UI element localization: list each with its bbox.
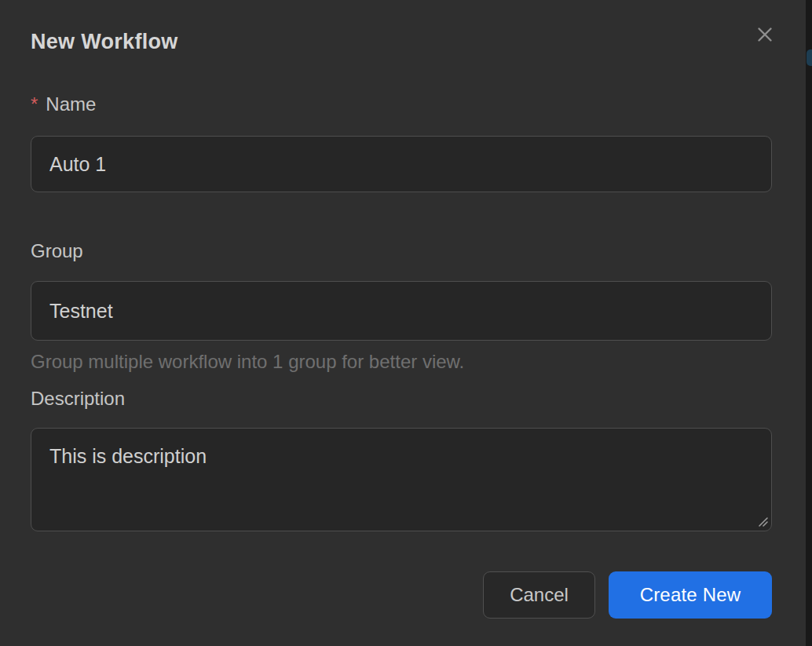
new-workflow-dialog: New Workflow *Name Group Group multiple … — [0, 0, 806, 646]
description-textarea-wrap: This is description — [31, 428, 772, 531]
resize-handle[interactable] — [756, 515, 769, 527]
close-button[interactable] — [752, 23, 777, 48]
dialog-footer: Cancel Create New — [31, 571, 772, 619]
description-textarea[interactable]: This is description — [31, 428, 772, 531]
create-new-button[interactable]: Create New — [609, 571, 772, 619]
name-label-text: Name — [46, 93, 96, 115]
page: New Workflow *Name Group Group multiple … — [0, 0, 812, 646]
group-help-text: Group multiple workflow into 1 group for… — [31, 351, 772, 373]
group-input[interactable] — [31, 281, 772, 341]
page-background-strip — [806, 0, 812, 646]
close-icon — [753, 23, 777, 49]
description-label-text: Description — [31, 388, 125, 409]
name-input[interactable] — [31, 136, 772, 192]
resize-grip-icon — [756, 516, 769, 530]
dialog-title: New Workflow — [31, 30, 772, 54]
group-label-text: Group — [31, 240, 83, 261]
background-edge-widget — [807, 49, 812, 66]
group-field-label: Group — [31, 239, 772, 263]
required-asterisk: * — [31, 93, 38, 115]
cancel-button[interactable]: Cancel — [483, 571, 595, 619]
description-field-label: Description — [31, 387, 772, 411]
name-field-label: *Name — [31, 93, 772, 116]
